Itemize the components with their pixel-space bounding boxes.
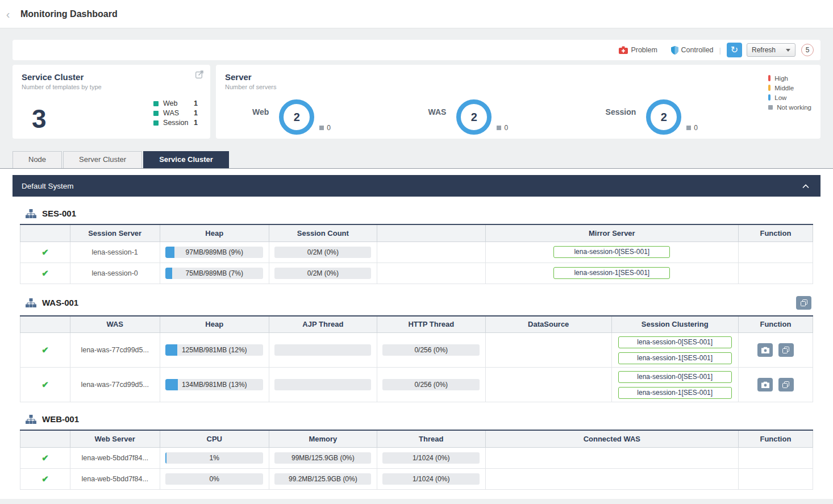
card-subtitle: Number of templates by type <box>22 84 201 90</box>
legend-label: WAS <box>163 109 194 117</box>
table-row: ✔ lena-session-0 75MB/989MB (7%) 0/2M (0… <box>20 263 813 284</box>
ajp-thread-bar <box>274 379 371 390</box>
table-row: ✔ lena-web-5bdd7f84... 0% 99.2MB/125.9GB… <box>20 468 813 489</box>
donut-gauge: 2 <box>646 99 681 135</box>
tab-node[interactable]: Node <box>13 151 62 168</box>
column-header: Session Clustering <box>611 316 738 333</box>
problem-icon <box>619 46 628 54</box>
chevron-up-icon <box>802 184 809 189</box>
heap-usage-bar: 97MB/989MB (9%) <box>165 247 263 258</box>
chevron-down-icon <box>786 49 790 52</box>
legend-item: Web 1 <box>153 99 198 107</box>
session-clustering-button[interactable]: lena-session-1[SES-001] <box>618 352 732 364</box>
separator: | <box>719 46 721 55</box>
refresh-now-button[interactable]: ↻ <box>727 43 742 57</box>
legend-swatch <box>768 85 770 91</box>
system-title: Default System <box>22 182 74 190</box>
template-legend: Web 1 WAS 1 Session 1 <box>153 98 198 128</box>
column-header: Function <box>738 316 813 333</box>
gauge-web: Web 2 0 <box>252 99 331 135</box>
collapse-button[interactable] <box>800 180 811 193</box>
donut-gauge: 2 <box>279 99 314 135</box>
back-button[interactable]: ‹ <box>0 0 16 28</box>
legend-item: Not working <box>768 103 811 111</box>
table-header-row: Session Server Heap Session Count Mirror… <box>20 224 813 241</box>
status-ok-icon: ✔ <box>41 380 49 389</box>
legend-item: Middle <box>768 84 811 92</box>
default-system-header[interactable]: Default System <box>13 175 820 197</box>
legend-label: Session <box>163 119 194 127</box>
connected-was-cell <box>485 447 738 468</box>
column-header: Web Server <box>70 430 160 447</box>
table-row: ✔ lena-was-77cd99d5... 134MB/981MB (13%)… <box>20 368 813 402</box>
session-clustering-button[interactable]: lena-session-0[SES-001] <box>618 336 732 348</box>
session-clustering-button[interactable]: lena-session-0[SES-001] <box>618 371 732 383</box>
was-table: WAS Heap AJP Thread HTTP Thread DataSour… <box>20 315 813 403</box>
memory-usage-bar: 99.2MB/125.9GB (0%) <box>274 473 371 485</box>
session-count-bar: 0/2M (0%) <box>274 268 371 279</box>
function-cell <box>738 263 813 284</box>
mirror-server-button[interactable]: lena-session-0[SES-001] <box>553 246 670 258</box>
section-web-001: WEB-001 Web Server CPU Memory Thread Con… <box>20 414 813 490</box>
refresh-interval-select[interactable]: Refresh <box>747 43 795 57</box>
function-cell <box>738 468 813 489</box>
web-table: Web Server CPU Memory Thread Connected W… <box>20 430 813 490</box>
copy-icon <box>782 381 789 388</box>
thread-dump-button[interactable] <box>778 343 794 357</box>
column-header: WAS <box>70 316 160 333</box>
table-row: ✔ lena-was-77cd99d5... 125MB/981MB (12%)… <box>20 333 813 368</box>
cluster-icon <box>26 298 36 307</box>
table-header-row: WAS Heap AJP Thread HTTP Thread DataSour… <box>20 316 813 333</box>
open-detail-icon[interactable] <box>195 70 203 81</box>
memory-usage-bar: 99MB/125.9GB (0%) <box>274 452 371 464</box>
app-header: ‹ Monitoring Dashboard <box>0 0 833 28</box>
section-was-001: WAS-001 WAS Heap AJP Thread HTTP Thread … <box>20 296 813 403</box>
legend-swatch <box>768 75 770 81</box>
controlled-filter[interactable]: Controlled <box>671 46 714 55</box>
connected-was-cell <box>485 468 738 489</box>
legend-item: Low <box>768 93 811 102</box>
datasource-cell <box>485 368 611 402</box>
legend-item: High <box>768 74 811 82</box>
function-cell <box>738 447 813 468</box>
cpu-usage-bar: 0% <box>165 473 263 485</box>
section-ses-001: SES-001 Session Server Heap Session Coun… <box>20 209 813 284</box>
separator <box>663 46 665 55</box>
datasource-cell <box>485 333 611 368</box>
problem-filter[interactable]: Problem <box>619 46 657 54</box>
column-header: Memory <box>269 430 377 447</box>
status-ok-icon: ✔ <box>41 453 49 463</box>
bar-fill <box>165 379 178 390</box>
ajp-thread-bar <box>274 344 371 356</box>
status-ok-icon: ✔ <box>41 474 49 484</box>
countdown-value: 5 <box>806 46 810 54</box>
thread-dump-all-button[interactable] <box>796 296 811 310</box>
mirror-server-button[interactable]: lena-session-1[SES-001] <box>553 267 670 279</box>
not-working-count: 0 <box>686 124 698 132</box>
legend-swatch <box>768 105 773 110</box>
legend-value: 1 <box>194 119 198 127</box>
tab-server-cluster[interactable]: Server Cluster <box>63 151 142 168</box>
thread-dump-button[interactable] <box>778 378 794 391</box>
server-name: lena-was-77cd99d5... <box>70 333 160 368</box>
refresh-countdown-badge: 5 <box>801 44 814 56</box>
column-header: AJP Thread <box>269 316 377 333</box>
status-ok-icon: ✔ <box>41 345 49 355</box>
cluster-icon <box>26 209 36 218</box>
legend-value: 1 <box>194 109 198 117</box>
column-header: DataSource <box>485 316 611 333</box>
heap-usage-bar: 125MB/981MB (12%) <box>165 344 263 356</box>
tab-service-cluster[interactable]: Service Cluster <box>143 151 229 168</box>
heap-dump-button[interactable] <box>757 343 773 357</box>
legend-swatch <box>153 120 159 126</box>
ses-table: Session Server Heap Session Count Mirror… <box>20 224 813 284</box>
heap-dump-button[interactable] <box>757 378 773 391</box>
table-header-row: Web Server CPU Memory Thread Connected W… <box>20 430 813 447</box>
gauge-label: Web <box>252 107 269 135</box>
http-thread-bar: 0/256 (0%) <box>382 379 480 390</box>
server-name: lena-session-0 <box>70 263 160 284</box>
bar-fill <box>165 452 166 464</box>
session-clustering-button[interactable]: lena-session-1[SES-001] <box>618 387 732 399</box>
section-title: WAS-001 <box>42 298 78 307</box>
gauge-was: WAS 2 0 <box>428 99 509 135</box>
